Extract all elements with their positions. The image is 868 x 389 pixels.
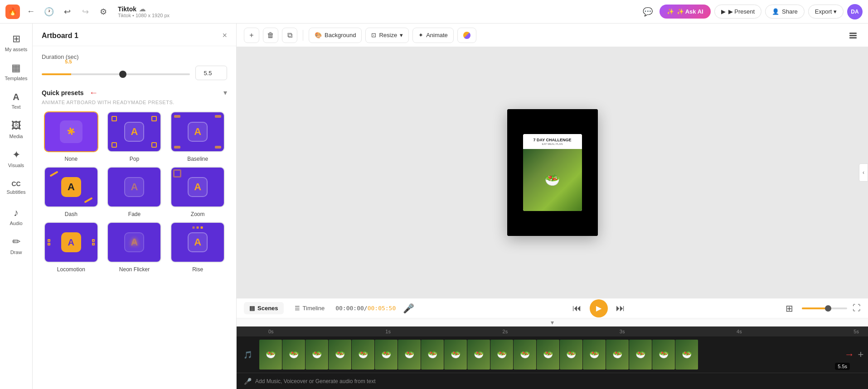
duration-input[interactable]	[195, 66, 227, 80]
delete-element-button[interactable]: 🗑	[263, 28, 278, 43]
preset-zoom-label: Zoom	[191, 211, 205, 217]
back-button[interactable]: ←	[24, 5, 38, 19]
sidebar-item-text[interactable]: A Text	[3, 87, 30, 114]
preset-pop[interactable]: A Pop	[105, 111, 164, 162]
frame-1[interactable]: 🥗	[259, 340, 282, 370]
project-name: Tiktok	[118, 5, 136, 13]
frame-7[interactable]: 🥗	[398, 340, 421, 370]
sidebar-item-templates[interactable]: ▦ Templates	[3, 58, 30, 85]
animate-button[interactable]: ✦ Animate	[412, 28, 454, 43]
panel-header: Artboard 1 ×	[33, 24, 236, 46]
scenes-label: Scenes	[257, 305, 278, 312]
presets-collapse-button[interactable]: ▾	[223, 88, 227, 97]
sidebar-item-visuals[interactable]: ✦ Visuals	[3, 145, 30, 172]
fast-forward-button[interactable]: ⏭	[613, 301, 628, 316]
audio-mic-icon: 🎤	[244, 378, 252, 385]
project-subtitle: Tiktok • 1080 x 1920 px	[118, 13, 170, 18]
design-card-header: 7 DAY CHALLENGE EAT MEAL PLAN	[523, 134, 582, 149]
ruler-mark-1s: 1s	[385, 329, 391, 334]
frame-8[interactable]: 🥗	[421, 340, 444, 370]
visuals-label: Visuals	[8, 163, 24, 168]
timeline-area: ▤ Scenes ☰ Timeline 00:00:00/00:05:50 🎤 …	[237, 298, 868, 389]
frame-2[interactable]: 🥗	[282, 340, 305, 370]
timeline-chevron-down-icon: ▾	[551, 319, 554, 326]
mic-button[interactable]: 🎤	[401, 301, 416, 316]
ask-ai-label: ✨ Ask AI	[677, 8, 703, 15]
track-thumb: 🎵	[237, 336, 259, 373]
frame-9[interactable]: 🥗	[444, 340, 467, 370]
timeline-controls: ▤ Scenes ☰ Timeline 00:00:00/00:05:50 🎤 …	[237, 298, 868, 318]
sidebar-item-draw[interactable]: ✏ Draw	[3, 232, 30, 259]
frame-11[interactable]: 🥗	[490, 340, 513, 370]
preset-dash-thumb: A	[44, 167, 98, 207]
add-element-button[interactable]: +	[244, 28, 259, 43]
frame-6[interactable]: 🥗	[375, 340, 398, 370]
sidebar-item-subtitles[interactable]: CC Subtitles	[3, 174, 30, 201]
comment-button[interactable]: 💬	[640, 4, 656, 20]
preset-pop-thumb: A	[107, 111, 161, 152]
undo-button[interactable]: ↩	[60, 5, 74, 19]
frame-13[interactable]: 🥗	[537, 340, 559, 370]
frame-10[interactable]: 🥗	[467, 340, 490, 370]
audio-label: Audio	[10, 221, 22, 226]
duplicate-element-button[interactable]: ⧉	[282, 28, 297, 43]
user-avatar[interactable]: DA	[847, 4, 863, 19]
add-scene-button[interactable]: +	[853, 347, 868, 362]
frame-strip: 🥗 🥗 🥗 🥗 🥗 🥗 🥗 🥗 🥗 🥗 🥗 🥗 🥗 🥗	[259, 340, 698, 370]
present-button[interactable]: ▶ ▶ Present	[714, 5, 761, 19]
audio-row[interactable]: 🎤 Add Music, Voiceover or Generate audio…	[237, 373, 868, 389]
rewind-button[interactable]: ⏮	[570, 301, 584, 316]
timeline-ruler: 0s 1s 2s 3s 4s 5s	[237, 327, 868, 336]
history-button[interactable]: 🕐	[42, 5, 56, 19]
redo-button[interactable]: ↪	[78, 5, 92, 19]
frame-4[interactable]: 🥗	[329, 340, 351, 370]
canvas-collapse-button[interactable]: ‹	[859, 163, 868, 182]
visuals-icon: ✦	[12, 149, 20, 161]
export-button[interactable]: Export ▾	[808, 5, 844, 19]
timeline-label: Timeline	[303, 305, 325, 312]
preset-locomotion[interactable]: A Locomotion	[42, 222, 101, 273]
background-button[interactable]: 🎨 Background	[309, 28, 362, 43]
color-tool-button[interactable]	[457, 28, 476, 43]
duration-slider[interactable]	[42, 73, 190, 75]
timeline-tab[interactable]: ☰ Timeline	[289, 302, 330, 314]
play-button[interactable]: ▶	[590, 299, 608, 317]
design-preview[interactable]: 7 DAY CHALLENGE EAT MEAL PLAN 🥗	[507, 109, 598, 236]
scenes-tab[interactable]: ▤ Scenes	[244, 302, 284, 314]
resize-button[interactable]: ⊡ Resize ▾	[365, 28, 409, 43]
frame-15[interactable]: 🥗	[583, 340, 606, 370]
presets-grid: ✱ None A	[42, 111, 227, 273]
fullscreen-button[interactable]: ⛶	[853, 303, 861, 313]
timeline-collapse-control[interactable]: ▾	[237, 318, 868, 327]
preset-dash[interactable]: A Dash	[42, 167, 101, 217]
sidebar-item-media[interactable]: 🖼 Media	[3, 116, 30, 143]
audio-icon: ♪	[14, 207, 19, 219]
preset-zoom[interactable]: A Zoom	[168, 167, 227, 217]
ask-ai-button[interactable]: ✨ ✨ Ask AI	[659, 5, 711, 19]
preset-fade[interactable]: A Fade	[105, 167, 164, 217]
layers-button[interactable]	[845, 28, 861, 43]
preset-neon-flicker[interactable]: A Neon Flicker	[105, 222, 164, 273]
frame-12[interactable]: 🥗	[514, 340, 536, 370]
preset-none[interactable]: ✱ None	[42, 111, 101, 162]
preset-rise[interactable]: A Rise	[168, 222, 227, 273]
frame-18[interactable]: 🥗	[652, 340, 675, 370]
frame-5[interactable]: 🥗	[352, 340, 374, 370]
settings-button[interactable]: ⚙	[96, 5, 111, 19]
track-end-arrow: →	[844, 349, 853, 360]
frame-3[interactable]: 🥗	[305, 340, 328, 370]
preset-baseline[interactable]: A Baseline	[168, 111, 227, 162]
timeline-zoom-thumb[interactable]	[825, 305, 831, 312]
frame-14[interactable]: 🥗	[560, 340, 582, 370]
grid-view-button[interactable]: ⊞	[782, 301, 796, 316]
sidebar-item-my-assets[interactable]: ⊞ My assets	[3, 29, 30, 56]
slider-badge: 5.5	[65, 59, 72, 64]
frame-16[interactable]: 🥗	[606, 340, 629, 370]
share-button[interactable]: 👤 Share	[765, 5, 805, 19]
frame-17[interactable]: 🥗	[629, 340, 652, 370]
time-current: 00:00:00	[335, 305, 364, 312]
panel-close-button[interactable]: ×	[222, 31, 227, 40]
sidebar-item-audio[interactable]: ♪ Audio	[3, 203, 30, 230]
draw-label: Draw	[10, 250, 22, 255]
frame-19[interactable]: 🥗	[675, 340, 698, 370]
